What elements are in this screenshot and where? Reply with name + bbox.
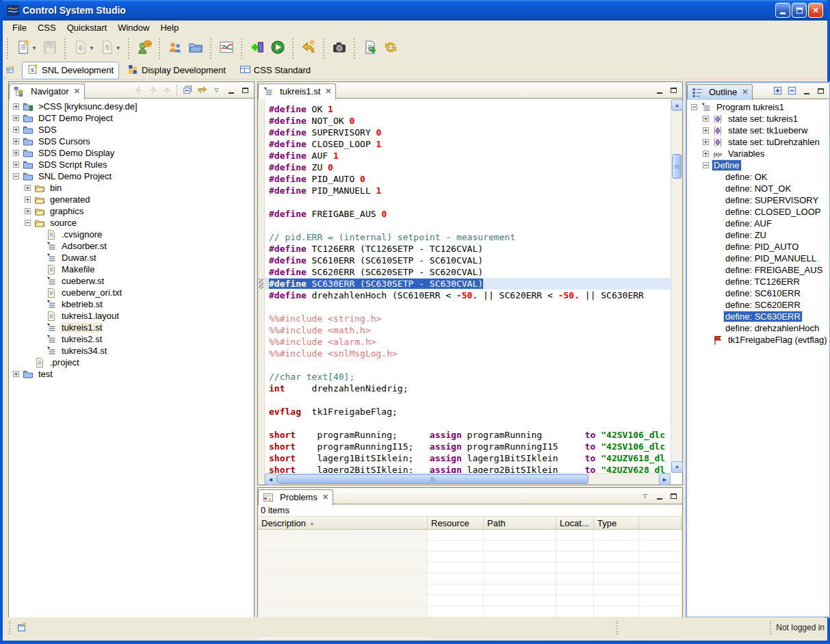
column-header-type[interactable]: Type: [594, 517, 639, 529]
chat-button[interactable]: [134, 38, 155, 59]
scrollbar-thumb[interactable]: [672, 154, 682, 179]
code-line-30[interactable]: short programRunningI15; assign programR…: [269, 441, 682, 452]
code-line-29[interactable]: short programRunning; assign programRunn…: [269, 429, 682, 441]
outline-item-program-tukreis1[interactable]: −Program tukreis1: [687, 101, 829, 113]
navigator-item-snl-demo-project[interactable]: −SNL Demo Project: [9, 170, 254, 182]
expand-icon[interactable]: +: [25, 208, 31, 214]
code-line-8[interactable]: #define PID_MANUELL 1: [269, 185, 682, 196]
menu-quickstart[interactable]: Quickstart: [62, 21, 113, 34]
checkout-button[interactable]: ▼: [97, 38, 124, 59]
navigator-item-project[interactable]: .project: [9, 357, 254, 368]
outline-item-define[interactable]: −Define: [687, 159, 829, 171]
expand-icon[interactable]: +: [13, 115, 19, 121]
minimize-view-button[interactable]: [653, 490, 666, 502]
code-line-5[interactable]: #define AUF 1: [269, 150, 682, 162]
navigator-item-makefile[interactable]: Makefile: [9, 263, 254, 275]
refresh-button[interactable]: [380, 38, 401, 59]
outline-item-define-zu[interactable]: define: ZU: [687, 229, 829, 241]
collapse-icon[interactable]: −: [25, 220, 31, 226]
outline-item-define-drehzahlenhoch[interactable]: define: drehzahlenHoch: [687, 322, 829, 334]
maximize-view-button[interactable]: [239, 84, 252, 96]
navigator-item-graphics[interactable]: +graphics: [9, 205, 254, 217]
code-line-4[interactable]: #define CLOSED_LOOP 1: [269, 138, 682, 150]
connect-button[interactable]: [247, 38, 268, 59]
code-line-28[interactable]: [269, 417, 682, 429]
collapse-icon[interactable]: −: [691, 104, 697, 110]
menu-window[interactable]: Window: [112, 21, 155, 34]
navigator-item-cueberw-st[interactable]: cueberw.st: [9, 275, 254, 287]
outline-item-tk1freigabeflag-evtflag[interactable]: tk1FreigabeFlag (evtflag): [687, 334, 829, 346]
menu-file[interactable]: File: [7, 21, 32, 34]
close-icon[interactable]: ✕: [325, 87, 331, 96]
expand-all-button[interactable]: [771, 85, 784, 97]
code-line-11[interactable]: [269, 220, 682, 231]
code-line-3[interactable]: #define SUPERVISORY 0: [269, 127, 682, 138]
code-line-12[interactable]: // pid.ERR = (internal) setpoint - measu…: [269, 231, 682, 243]
navigator-item-dct-demo-project[interactable]: +DCT Demo Project: [9, 112, 254, 124]
view-menu-icon[interactable]: ▽: [210, 84, 223, 96]
outline-item-define-tc126err[interactable]: define: TC126ERR: [687, 276, 829, 287]
close-button[interactable]: ✕: [808, 3, 823, 18]
collapse-icon[interactable]: −: [703, 162, 709, 168]
outline-item-define-sc620err[interactable]: define: SC620ERR: [687, 299, 829, 311]
minimize-view-button[interactable]: [653, 84, 666, 96]
code-line-26[interactable]: [269, 394, 682, 406]
run-button[interactable]: [268, 38, 288, 59]
navigator-item-tukreis34-st[interactable]: tukreis34.st: [9, 345, 254, 357]
expand-icon[interactable]: +: [25, 185, 31, 191]
navigator-item-tukreis1-st[interactable]: tukreis1.st: [9, 322, 254, 333]
maximize-view-button[interactable]: [667, 84, 680, 96]
code-line-1[interactable]: #define OK 1: [269, 103, 682, 115]
column-header-locat-[interactable]: Locat...: [556, 517, 594, 529]
navigator-item-generated[interactable]: +generated: [9, 194, 254, 205]
close-icon[interactable]: ✕: [322, 493, 328, 502]
outline-item-variables[interactable]: +(x)=Variables: [687, 148, 829, 159]
outline-item-state-set-tk1ueberw[interactable]: +state set: tk1ueberw: [687, 125, 829, 136]
maximize-view-button[interactable]: [667, 490, 680, 502]
navigator-item-test[interactable]: +test: [9, 368, 254, 380]
expand-icon[interactable]: +: [25, 196, 31, 203]
link-with-editor-button[interactable]: [196, 84, 209, 96]
code-line-16[interactable]: #define SC630ERR (SC630SETP - SC630CVAL): [265, 278, 682, 289]
outline-item-define-sc630err[interactable]: define: SC630ERR: [687, 311, 829, 322]
open-perspective-button[interactable]: [5, 64, 18, 77]
outline-item-define-closed-loop[interactable]: define: CLOSED_LOOP: [687, 206, 829, 218]
code-line-17[interactable]: #define drehzahlenHoch (SC610ERR < -50. …: [269, 289, 682, 301]
chevron-down-icon[interactable]: ▼: [89, 45, 94, 51]
column-header-path[interactable]: Path: [484, 517, 556, 529]
perspective-css-standard[interactable]: CSS Standard: [234, 62, 316, 79]
expand-icon[interactable]: +: [13, 162, 19, 168]
column-header-spacer[interactable]: [639, 517, 682, 529]
code-line-10[interactable]: #define FREIGABE_AUS 0: [269, 208, 682, 220]
code-line-19[interactable]: %%#include <string.h>: [269, 313, 682, 324]
editor-vertical-scrollbar[interactable]: ▲ ▼: [671, 99, 682, 473]
scroll-down-icon[interactable]: ▼: [671, 461, 683, 473]
code-line-15[interactable]: #define SC620ERR (SC620SETP - SC620CVAL): [269, 266, 682, 278]
collapse-all-button[interactable]: [181, 84, 194, 96]
code-line-14[interactable]: #define SC610ERR (SC610SETP - SC610CVAL): [269, 255, 682, 266]
code-line-22[interactable]: %%#include <snlMsgLog.h>: [269, 348, 682, 359]
minimize-view-button[interactable]: [800, 85, 813, 97]
scroll-right-icon[interactable]: ▶: [659, 474, 671, 485]
tab-outline[interactable]: Outline ✕: [687, 84, 753, 100]
code-line-24[interactable]: //char text[40];: [269, 371, 682, 383]
outline-item-state-set-tudrehzahlen[interactable]: +state set: tuDrehzahlen: [687, 136, 829, 148]
code-line-18[interactable]: [269, 301, 682, 313]
editor-horizontal-scrollbar[interactable]: ◀ ▶: [265, 473, 671, 485]
collapse-icon[interactable]: −: [13, 173, 19, 179]
outline-item-state-set-tukreis1[interactable]: +state set: tukreis1: [687, 113, 829, 125]
navigator-item-kbetrieb-st[interactable]: kbetrieb.st: [9, 298, 254, 310]
code-line-23[interactable]: [269, 359, 682, 371]
scrollbar-thumb[interactable]: [277, 474, 588, 484]
close-icon[interactable]: ✕: [742, 88, 748, 96]
save-button[interactable]: [40, 38, 60, 59]
navigator-item-cueberw-ori-txt[interactable]: cueberw_ori.txt: [9, 287, 254, 298]
code-line-25[interactable]: int drehzahlenNiedrig;: [269, 383, 682, 394]
open-file-button[interactable]: [185, 38, 206, 59]
perspective-snl-development[interactable]: sSNL Development: [22, 62, 119, 79]
code-line-20[interactable]: %%#include <math.h>: [269, 324, 682, 336]
maximize-view-button[interactable]: [814, 85, 827, 97]
navigator-item-css-kryksunc-desy-de[interactable]: +>CSS [kryksunc.desy.de]: [9, 101, 254, 112]
expand-icon[interactable]: +: [703, 151, 709, 157]
nav-back-button[interactable]: [132, 84, 145, 96]
